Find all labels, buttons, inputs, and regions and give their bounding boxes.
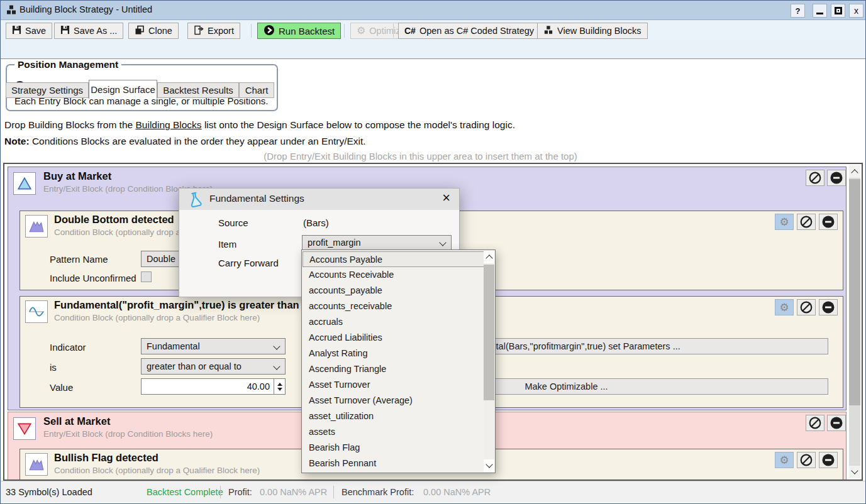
drop-hint: (Drop Entry/Exit Building Blocks in this…: [1, 151, 840, 162]
status-bar: 33 Symbol(s) Loaded Backtest Complete Pr…: [1, 481, 865, 503]
dropdown-option[interactable]: Accounts Receivable: [303, 267, 485, 283]
tab-design-surface[interactable]: Design Surface: [89, 80, 157, 99]
scrollbar-thumb[interactable]: [484, 265, 494, 400]
dropdown-scrollbar[interactable]: [484, 251, 494, 472]
minimize-button[interactable]: [813, 4, 827, 18]
maximize-button[interactable]: [831, 4, 845, 18]
scroll-up-button[interactable]: [849, 165, 860, 178]
tab-strategy-settings[interactable]: Strategy Settings: [6, 82, 89, 98]
dialog-close-icon[interactable]: ×: [442, 190, 450, 206]
indicator-label: Indicator: [50, 342, 86, 353]
scrollbar-thumb[interactable]: [849, 179, 860, 405]
block-subtitle: Condition Block (optionally drop a Quali…: [54, 313, 260, 322]
scroll-up-button[interactable]: [484, 251, 494, 263]
maximize-icon: [835, 7, 842, 14]
minus-circle-icon: [821, 453, 835, 467]
building-blocks-link[interactable]: Building Blocks: [135, 119, 201, 130]
help-button[interactable]: ?: [791, 4, 805, 18]
flask-icon: [187, 191, 204, 211]
value-spinner[interactable]: [274, 378, 286, 395]
chevron-down-icon: [273, 342, 280, 349]
no-entry-icon: [799, 453, 813, 467]
source-value: (Bars): [303, 217, 329, 228]
block-title: Double Bottom detected: [54, 214, 174, 226]
settings-gear-button[interactable]: ⚙: [775, 452, 794, 468]
open-csharp-button[interactable]: C# Open as C# Coded Strategy: [398, 23, 540, 39]
spin-down-icon: [277, 388, 282, 391]
dropdown-option[interactable]: asset_utilization: [303, 408, 485, 424]
chevron-down-icon: [486, 461, 492, 468]
dropdown-option[interactable]: Ascending Triangle: [303, 361, 485, 377]
disable-block-button[interactable]: [797, 214, 816, 230]
profit-label: Profit:: [228, 481, 252, 503]
dropdown-option[interactable]: accruals: [303, 314, 485, 330]
tab-strip: Strategy Settings Design Surface Backtes…: [1, 40, 865, 59]
operator-value: greater than or equal to: [147, 361, 241, 371]
toolbar-separator: [393, 24, 394, 38]
remove-block-button[interactable]: [827, 415, 846, 431]
settings-gear-button[interactable]: ⚙: [775, 299, 794, 315]
disable-block-button[interactable]: [797, 299, 816, 315]
benchmark-profit-label: Benchmark Profit:: [341, 481, 414, 503]
disable-block-button[interactable]: [806, 170, 824, 186]
dropdown-option[interactable]: Accrued Liabilities: [303, 330, 485, 346]
pattern-icon: [25, 215, 48, 238]
view-building-blocks-button[interactable]: View Building Blocks: [537, 23, 648, 39]
pattern-name-label: Pattern Name: [50, 254, 108, 265]
value-input[interactable]: 40.00: [141, 378, 274, 395]
tab-backtest-results[interactable]: Backtest Results: [157, 82, 239, 98]
disable-block-button[interactable]: [806, 415, 824, 431]
indicator-wave-icon: [25, 300, 48, 323]
spin-up-icon: [277, 383, 282, 386]
run-backtest-button[interactable]: Run Backtest: [257, 23, 341, 39]
surface-scrollbar[interactable]: [849, 165, 860, 478]
include-unconfirmed-label: Include Unconfirmed: [50, 273, 136, 283]
disable-block-button[interactable]: [797, 452, 816, 468]
remove-block-button[interactable]: [819, 214, 838, 230]
dialog-header[interactable]: Fundamental Settings ×: [179, 189, 459, 210]
symbols-loaded-status: 33 Symbol(s) Loaded: [6, 481, 92, 503]
minus-circle-icon: [821, 215, 835, 229]
app-icon-building-blocks: [6, 4, 17, 18]
item-combo[interactable]: profit_margin: [302, 235, 452, 250]
instruction-line-1: Drop Building Blocks from the Building B…: [4, 119, 515, 131]
dropdown-option[interactable]: Bearish Pennant: [303, 456, 485, 471]
note-label: Note:: [4, 136, 30, 146]
clone-icon: [135, 25, 145, 37]
block-title: Sell at Market: [43, 415, 110, 427]
settings-gear-button[interactable]: ⚙: [775, 214, 794, 230]
sell-triangle-icon: [13, 417, 36, 440]
block-title: Buy at Market: [43, 170, 111, 182]
include-unconfirmed-checkbox[interactable]: [141, 271, 152, 282]
scroll-down-button[interactable]: [849, 466, 860, 478]
scroll-down-button[interactable]: [484, 459, 494, 472]
gear-icon: ⚙: [779, 302, 789, 313]
no-entry-icon: [799, 215, 813, 229]
dropdown-option[interactable]: Bearish Flag: [303, 440, 485, 456]
chevron-up-icon: [486, 255, 492, 261]
clone-button[interactable]: Clone: [128, 23, 179, 39]
position-management-title: Position Management: [14, 59, 121, 70]
remove-block-button[interactable]: [819, 452, 838, 468]
close-button[interactable]: x: [849, 4, 863, 18]
operator-combo[interactable]: greater than or equal to: [141, 358, 286, 375]
dropdown-option[interactable]: Accounts Payable: [303, 251, 485, 267]
remove-block-button[interactable]: [819, 299, 838, 315]
dropdown-option[interactable]: assets: [303, 424, 485, 440]
item-value: profit_margin: [308, 238, 361, 248]
remove-block-button[interactable]: [827, 170, 846, 186]
dropdown-option[interactable]: Asset Turnover: [303, 377, 485, 393]
save-button[interactable]: Save: [6, 23, 52, 39]
dropdown-option[interactable]: Asset Turnover (Average): [303, 393, 485, 408]
dropdown-option[interactable]: accounts_receivable: [303, 299, 485, 314]
minus-circle-icon: [830, 171, 843, 185]
benchmark-profit-value: 0.00 NaN% APR: [423, 481, 491, 503]
tab-chart[interactable]: Chart: [239, 82, 274, 98]
dropdown-option[interactable]: Analyst Rating: [303, 346, 485, 361]
export-button[interactable]: Export: [187, 23, 240, 39]
open-csharp-label: Open as C# Coded Strategy: [419, 26, 534, 36]
instruction-line-2: Note: Conditions Blocks are evaluated in…: [4, 136, 366, 147]
save-as-button[interactable]: Save As ...: [54, 23, 123, 39]
indicator-combo[interactable]: Fundamental: [141, 338, 286, 354]
dropdown-option[interactable]: accounts_payable: [303, 283, 485, 299]
